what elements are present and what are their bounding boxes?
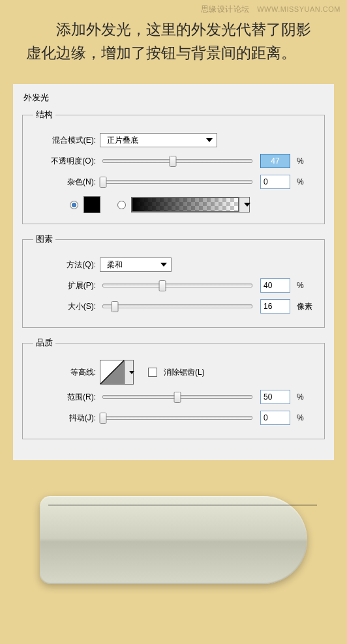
chevron-down-icon — [129, 371, 134, 374]
opacity-row: 不透明度(O): % — [32, 151, 315, 171]
color-source-row — [32, 196, 315, 213]
spread-slider[interactable] — [102, 284, 252, 287]
gradient-dropdown-button[interactable] — [239, 198, 249, 212]
noise-label: 杂色(N): — [32, 177, 97, 188]
watermark-url: WWW.MISSYUAN.COM — [257, 5, 340, 13]
chevron-down-icon — [160, 263, 167, 267]
noise-row: 杂色(N): % — [32, 171, 315, 192]
noise-input[interactable] — [260, 175, 290, 189]
gradient-preview[interactable] — [132, 198, 239, 212]
range-unit: % — [293, 392, 315, 402]
chevron-down-icon — [206, 138, 213, 142]
contour-row: 等高线: 消除锯齿(L) — [32, 358, 315, 387]
jitter-label: 抖动(J): — [32, 413, 97, 424]
size-unit: 像素 — [293, 301, 315, 312]
contour-dropdown-button[interactable] — [125, 360, 134, 385]
button-preview — [40, 496, 307, 584]
chevron-down-icon — [244, 203, 250, 207]
contour-label: 等高线: — [32, 367, 97, 378]
slider-thumb[interactable] — [174, 392, 181, 403]
slider-thumb[interactable] — [159, 280, 166, 291]
solid-color-radio[interactable] — [70, 201, 78, 209]
blend-mode-row: 混合模式(E): 正片叠底 — [32, 130, 315, 151]
noise-unit: % — [293, 177, 315, 186]
quality-group: 品质 等高线: 消除锯齿(L) 范围(R): — [22, 337, 325, 439]
quality-legend: 品质 — [33, 337, 55, 349]
jitter-input[interactable] — [260, 411, 290, 425]
opacity-slider[interactable] — [102, 159, 252, 163]
size-row: 大小(S): 像素 — [32, 296, 315, 317]
watermark: 思缘设计论坛 WWW.MISSYUAN.COM — [201, 4, 340, 15]
method-dropdown[interactable]: 柔和 — [100, 257, 172, 272]
color-swatch[interactable] — [83, 196, 100, 213]
noise-slider[interactable] — [102, 180, 252, 184]
structure-group: 结构 混合模式(E): 正片叠底 不透明度(O): % 杂色(N): % — [22, 109, 325, 224]
gradient-picker[interactable] — [131, 197, 250, 212]
blend-mode-value: 正片叠底 — [107, 135, 138, 146]
size-input[interactable] — [260, 299, 290, 314]
elements-legend: 图素 — [33, 233, 55, 245]
method-row: 方法(Q): 柔和 — [32, 254, 315, 275]
opacity-label: 不透明度(O): — [32, 156, 97, 167]
spread-unit: % — [293, 281, 315, 290]
size-slider[interactable] — [102, 304, 252, 308]
jitter-slider[interactable] — [102, 416, 252, 420]
contour-preview[interactable] — [100, 360, 125, 385]
spread-input[interactable] — [260, 278, 290, 293]
watermark-brand: 思缘设计论坛 — [201, 5, 250, 14]
spread-row: 扩展(P): % — [32, 275, 315, 296]
slider-thumb[interactable] — [100, 177, 107, 188]
range-row: 范围(R): % — [32, 387, 315, 407]
size-label: 大小(S): — [32, 301, 97, 312]
blend-mode-dropdown[interactable]: 正片叠底 — [100, 133, 217, 147]
antialias-label: 消除锯齿(L) — [164, 367, 205, 378]
jitter-unit: % — [293, 413, 315, 422]
spread-label: 扩展(P): — [32, 280, 97, 291]
gradient-radio[interactable] — [117, 201, 126, 209]
outer-glow-panel: 外发光 结构 混合模式(E): 正片叠底 不透明度(O): % 杂色(N): % — [13, 84, 334, 460]
antialias-checkbox[interactable] — [148, 368, 157, 377]
slider-thumb[interactable] — [100, 413, 107, 424]
range-label: 范围(R): — [32, 392, 97, 403]
structure-legend: 结构 — [33, 109, 55, 121]
range-input[interactable] — [260, 390, 290, 404]
method-label: 方法(Q): — [32, 259, 97, 271]
method-value: 柔和 — [107, 259, 123, 271]
slider-thumb[interactable] — [112, 301, 119, 312]
contour-picker[interactable] — [100, 360, 134, 385]
button-frame — [40, 496, 307, 584]
slider-thumb[interactable] — [170, 156, 177, 167]
range-slider[interactable] — [102, 395, 252, 399]
elements-group: 图素 方法(Q): 柔和 扩展(P): % 大小(S): 像素 — [22, 233, 325, 328]
jitter-row: 抖动(J): % — [32, 407, 315, 428]
opacity-input[interactable] — [260, 154, 290, 168]
opacity-unit: % — [293, 156, 315, 166]
blend-mode-label: 混合模式(E): — [32, 135, 97, 146]
panel-title: 外发光 — [22, 92, 325, 104]
